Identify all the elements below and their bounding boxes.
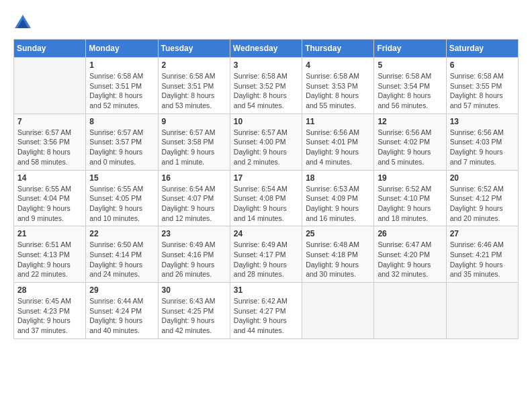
- day-number: 5: [378, 60, 442, 70]
- calendar-cell: 7Sunrise: 6:57 AM Sunset: 3:56 PM Daylig…: [14, 113, 86, 170]
- day-number: 27: [450, 229, 515, 238]
- calendar-cell: 29Sunrise: 6:44 AM Sunset: 4:24 PM Dayli…: [86, 283, 158, 339]
- calendar-cell: 4Sunrise: 6:58 AM Sunset: 3:53 PM Daylig…: [302, 58, 374, 114]
- calendar-cell: 26Sunrise: 6:47 AM Sunset: 4:20 PM Dayli…: [374, 226, 446, 283]
- calendar-cell: 23Sunrise: 6:49 AM Sunset: 4:16 PM Dayli…: [158, 226, 230, 283]
- calendar-header-row: SundayMondayTuesdayWednesdayThursdayFrid…: [14, 40, 519, 58]
- day-number: 15: [89, 173, 154, 183]
- calendar-cell: 8Sunrise: 6:57 AM Sunset: 3:57 PM Daylig…: [86, 113, 158, 170]
- day-number: 18: [306, 173, 370, 183]
- day-number: 14: [17, 173, 82, 183]
- calendar-cell: [374, 283, 446, 339]
- calendar-cell: 10Sunrise: 6:57 AM Sunset: 4:00 PM Dayli…: [230, 113, 302, 170]
- day-info: Sunrise: 6:57 AM Sunset: 3:58 PM Dayligh…: [162, 128, 226, 167]
- calendar-cell: 13Sunrise: 6:56 AM Sunset: 4:03 PM Dayli…: [446, 113, 518, 170]
- day-info: Sunrise: 6:56 AM Sunset: 4:02 PM Dayligh…: [378, 128, 442, 167]
- calendar-cell: 28Sunrise: 6:45 AM Sunset: 4:23 PM Dayli…: [14, 283, 86, 339]
- calendar-cell: 20Sunrise: 6:52 AM Sunset: 4:12 PM Dayli…: [446, 170, 518, 226]
- page-header: [13, 13, 519, 32]
- day-info: Sunrise: 6:54 AM Sunset: 4:08 PM Dayligh…: [234, 184, 298, 224]
- day-number: 12: [378, 117, 442, 126]
- day-number: 3: [234, 60, 298, 70]
- day-info: Sunrise: 6:58 AM Sunset: 3:51 PM Dayligh…: [89, 71, 154, 111]
- calendar-cell: 24Sunrise: 6:49 AM Sunset: 4:17 PM Dayli…: [230, 226, 302, 283]
- calendar-cell: 25Sunrise: 6:48 AM Sunset: 4:18 PM Dayli…: [302, 226, 374, 283]
- calendar-header-monday: Monday: [86, 40, 158, 58]
- day-number: 6: [450, 60, 515, 70]
- day-info: Sunrise: 6:56 AM Sunset: 4:01 PM Dayligh…: [306, 128, 370, 167]
- day-number: 17: [234, 173, 298, 183]
- calendar-cell: [446, 283, 518, 339]
- calendar-header-saturday: Saturday: [446, 40, 518, 58]
- day-info: Sunrise: 6:57 AM Sunset: 3:56 PM Dayligh…: [17, 128, 82, 167]
- calendar-header-friday: Friday: [374, 40, 446, 58]
- day-info: Sunrise: 6:44 AM Sunset: 4:24 PM Dayligh…: [89, 296, 154, 336]
- day-info: Sunrise: 6:57 AM Sunset: 3:57 PM Dayligh…: [89, 128, 154, 167]
- day-info: Sunrise: 6:43 AM Sunset: 4:25 PM Dayligh…: [162, 296, 226, 336]
- calendar-cell: 1Sunrise: 6:58 AM Sunset: 3:51 PM Daylig…: [86, 58, 158, 114]
- calendar-cell: 21Sunrise: 6:51 AM Sunset: 4:13 PM Dayli…: [14, 226, 86, 283]
- day-number: 1: [89, 60, 154, 70]
- day-info: Sunrise: 6:46 AM Sunset: 4:21 PM Dayligh…: [450, 240, 515, 279]
- day-number: 28: [17, 285, 82, 295]
- calendar-cell: [302, 283, 374, 339]
- day-info: Sunrise: 6:53 AM Sunset: 4:09 PM Dayligh…: [306, 184, 370, 224]
- day-info: Sunrise: 6:52 AM Sunset: 4:10 PM Dayligh…: [378, 184, 442, 224]
- day-number: 25: [306, 229, 370, 238]
- calendar-week-row: 1Sunrise: 6:58 AM Sunset: 3:51 PM Daylig…: [14, 58, 519, 114]
- calendar-cell: 2Sunrise: 6:58 AM Sunset: 3:51 PM Daylig…: [158, 58, 230, 114]
- day-number: 26: [378, 229, 442, 238]
- day-number: 23: [162, 229, 226, 238]
- day-number: 20: [450, 173, 515, 183]
- day-number: 10: [234, 117, 298, 126]
- day-info: Sunrise: 6:58 AM Sunset: 3:51 PM Dayligh…: [162, 71, 226, 111]
- calendar-cell: 5Sunrise: 6:58 AM Sunset: 3:54 PM Daylig…: [374, 58, 446, 114]
- day-info: Sunrise: 6:58 AM Sunset: 3:54 PM Dayligh…: [378, 71, 442, 111]
- day-info: Sunrise: 6:55 AM Sunset: 4:05 PM Dayligh…: [89, 184, 154, 224]
- calendar-header-sunday: Sunday: [14, 40, 86, 58]
- calendar-cell: 30Sunrise: 6:43 AM Sunset: 4:25 PM Dayli…: [158, 283, 230, 339]
- day-info: Sunrise: 6:45 AM Sunset: 4:23 PM Dayligh…: [17, 296, 82, 336]
- calendar-cell: 31Sunrise: 6:42 AM Sunset: 4:27 PM Dayli…: [230, 283, 302, 339]
- calendar-cell: 15Sunrise: 6:55 AM Sunset: 4:05 PM Dayli…: [86, 170, 158, 226]
- calendar-cell: 27Sunrise: 6:46 AM Sunset: 4:21 PM Dayli…: [446, 226, 518, 283]
- calendar-week-row: 28Sunrise: 6:45 AM Sunset: 4:23 PM Dayli…: [14, 283, 519, 339]
- calendar-cell: 19Sunrise: 6:52 AM Sunset: 4:10 PM Dayli…: [374, 170, 446, 226]
- day-info: Sunrise: 6:49 AM Sunset: 4:17 PM Dayligh…: [234, 240, 298, 279]
- day-number: 9: [162, 117, 226, 126]
- day-info: Sunrise: 6:56 AM Sunset: 4:03 PM Dayligh…: [450, 128, 515, 167]
- day-number: 11: [306, 117, 370, 126]
- day-info: Sunrise: 6:55 AM Sunset: 4:04 PM Dayligh…: [17, 184, 82, 224]
- calendar-week-row: 7Sunrise: 6:57 AM Sunset: 3:56 PM Daylig…: [14, 113, 519, 170]
- calendar-week-row: 21Sunrise: 6:51 AM Sunset: 4:13 PM Dayli…: [14, 226, 519, 283]
- day-info: Sunrise: 6:51 AM Sunset: 4:13 PM Dayligh…: [17, 240, 82, 279]
- logo: [13, 13, 35, 32]
- day-number: 24: [234, 229, 298, 238]
- day-info: Sunrise: 6:58 AM Sunset: 3:52 PM Dayligh…: [234, 71, 298, 111]
- calendar-header-thursday: Thursday: [302, 40, 374, 58]
- calendar-cell: 16Sunrise: 6:54 AM Sunset: 4:07 PM Dayli…: [158, 170, 230, 226]
- day-number: 4: [306, 60, 370, 70]
- calendar-cell: 6Sunrise: 6:58 AM Sunset: 3:55 PM Daylig…: [446, 58, 518, 114]
- day-info: Sunrise: 6:48 AM Sunset: 4:18 PM Dayligh…: [306, 240, 370, 279]
- day-info: Sunrise: 6:50 AM Sunset: 4:14 PM Dayligh…: [89, 240, 154, 279]
- day-number: 13: [450, 117, 515, 126]
- calendar-cell: 11Sunrise: 6:56 AM Sunset: 4:01 PM Dayli…: [302, 113, 374, 170]
- calendar-week-row: 14Sunrise: 6:55 AM Sunset: 4:04 PM Dayli…: [14, 170, 519, 226]
- calendar-cell: 3Sunrise: 6:58 AM Sunset: 3:52 PM Daylig…: [230, 58, 302, 114]
- day-number: 7: [17, 117, 82, 126]
- day-number: 2: [162, 60, 226, 70]
- day-number: 16: [162, 173, 226, 183]
- day-info: Sunrise: 6:49 AM Sunset: 4:16 PM Dayligh…: [162, 240, 226, 279]
- day-info: Sunrise: 6:57 AM Sunset: 4:00 PM Dayligh…: [234, 128, 298, 167]
- day-info: Sunrise: 6:58 AM Sunset: 3:53 PM Dayligh…: [306, 71, 370, 111]
- day-number: 29: [89, 285, 154, 295]
- calendar-header-tuesday: Tuesday: [158, 40, 230, 58]
- calendar-cell: 12Sunrise: 6:56 AM Sunset: 4:02 PM Dayli…: [374, 113, 446, 170]
- day-number: 8: [89, 117, 154, 126]
- day-number: 31: [234, 285, 298, 295]
- day-number: 22: [89, 229, 154, 238]
- calendar-cell: 17Sunrise: 6:54 AM Sunset: 4:08 PM Dayli…: [230, 170, 302, 226]
- day-info: Sunrise: 6:58 AM Sunset: 3:55 PM Dayligh…: [450, 71, 515, 111]
- logo-icon: [13, 13, 32, 32]
